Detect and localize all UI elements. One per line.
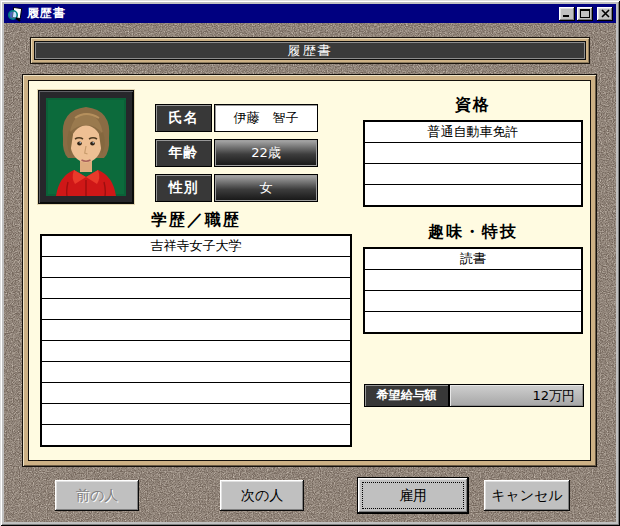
- app-icon: [7, 6, 23, 22]
- education-row: [42, 257, 350, 278]
- gender-label: 性別: [155, 174, 212, 202]
- hobby-row: [365, 291, 581, 312]
- age-label: 年齢: [155, 139, 212, 167]
- name-label: 氏名: [155, 104, 212, 132]
- hobbies-title: 趣味・特技: [363, 222, 583, 243]
- age-field-row: 年齢 22歳: [155, 139, 318, 167]
- education-table: 吉祥寺女子大学: [40, 234, 352, 447]
- minimize-button[interactable]: [559, 7, 575, 21]
- maximize-icon: [580, 9, 590, 18]
- salary-label: 希望給与額: [364, 384, 449, 407]
- previous-person-button[interactable]: 前の人: [55, 480, 139, 511]
- next-person-button[interactable]: 次の人: [220, 480, 304, 511]
- cancel-button[interactable]: キャンセル: [484, 480, 570, 511]
- hobbies-table: 読書: [363, 247, 583, 334]
- education-row: [42, 362, 350, 383]
- qualification-row: [365, 185, 581, 206]
- resume-sheet: 氏名 伊藤 智子 年齢 22歳 性別 女 資格 普通自動車免許: [28, 80, 591, 461]
- close-icon: [601, 9, 610, 18]
- banner: 履歴書: [30, 37, 590, 64]
- resume-panel: 氏名 伊藤 智子 年齢 22歳 性別 女 資格 普通自動車免許: [22, 74, 597, 467]
- education-row: [42, 320, 350, 341]
- education-row: [42, 299, 350, 320]
- applicant-photo-frame: [38, 90, 134, 204]
- qualifications-title: 資格: [363, 95, 583, 116]
- education-row: 吉祥寺女子大学: [42, 236, 350, 257]
- banner-plate: 履歴書: [34, 41, 586, 60]
- gender-value: 女: [214, 174, 318, 202]
- qualification-row: 普通自動車免許: [365, 122, 581, 143]
- client-area: 履歴書: [4, 23, 616, 522]
- window-controls: [557, 7, 613, 21]
- banner-title: 履歴書: [288, 42, 333, 60]
- qualification-row: [365, 143, 581, 164]
- title-bar[interactable]: 履歴書: [4, 4, 616, 23]
- education-row: [42, 404, 350, 425]
- salary-value: 12万円: [449, 384, 584, 407]
- resume-window: 履歴書: [0, 0, 620, 526]
- hobby-row: [365, 312, 581, 333]
- education-title: 学歴／職歴: [40, 210, 352, 231]
- maximize-button[interactable]: [577, 7, 593, 21]
- name-field-row: 氏名 伊藤 智子: [155, 104, 318, 132]
- qualification-row: [365, 164, 581, 185]
- hire-button[interactable]: 雇用: [358, 478, 468, 513]
- close-button[interactable]: [597, 7, 613, 21]
- age-value: 22歳: [214, 139, 318, 167]
- education-row: [42, 425, 350, 446]
- window-title: 履歴書: [27, 5, 66, 22]
- hobby-row: [365, 270, 581, 291]
- name-value: 伊藤 智子: [214, 104, 318, 132]
- qualifications-table: 普通自動車免許: [363, 120, 583, 207]
- education-row: [42, 278, 350, 299]
- gender-field-row: 性別 女: [155, 174, 318, 202]
- applicant-portrait: [46, 98, 126, 196]
- education-row: [42, 341, 350, 362]
- hobby-row: 読書: [365, 249, 581, 270]
- education-row: [42, 383, 350, 404]
- minimize-icon: [562, 9, 572, 18]
